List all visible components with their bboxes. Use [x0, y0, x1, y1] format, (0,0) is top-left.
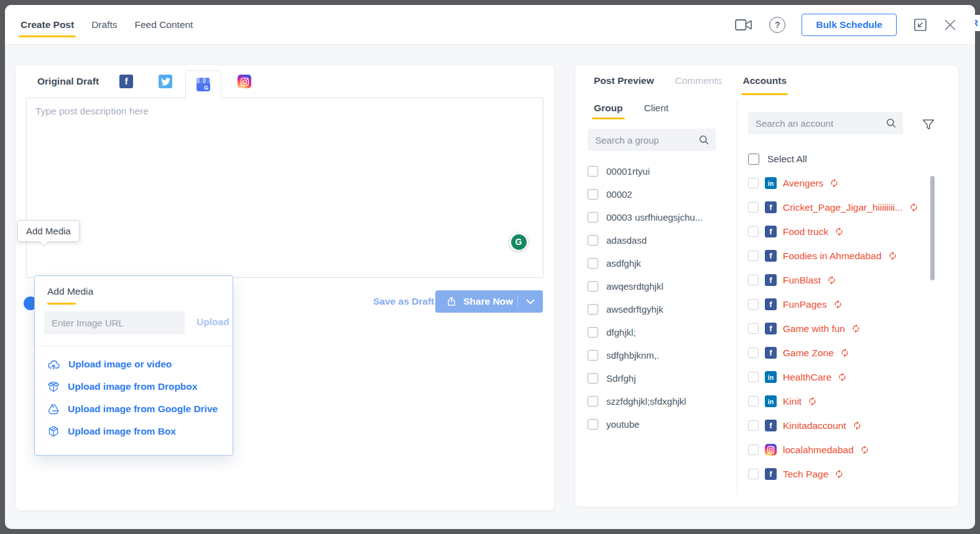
account-checkbox[interactable] [748, 275, 759, 285]
refresh-account-button[interactable] [838, 372, 847, 382]
pop-in-icon[interactable] [913, 17, 928, 32]
facebook-platform-tab[interactable]: f [119, 75, 133, 88]
tab-drafts[interactable]: Drafts [91, 5, 117, 44]
account-checkbox[interactable] [748, 178, 759, 188]
account-item[interactable]: fFood truck [748, 219, 922, 244]
filter-icon[interactable] [921, 117, 936, 135]
group-item[interactable]: adasdasd [588, 229, 731, 252]
account-item[interactable]: fCricket_Page_Jigar_hiiiiiiii... [748, 195, 922, 219]
group-item[interactable]: asdfghjk [588, 252, 731, 275]
refresh-account-button[interactable] [830, 178, 839, 188]
group-checkbox[interactable] [588, 350, 598, 361]
save-as-draft-button[interactable]: Save as Draft [373, 296, 434, 307]
tab-create-post[interactable]: Create Post [21, 5, 74, 44]
group-label: 00003 usrfhiuegsjchu... [606, 212, 703, 223]
account-checkbox[interactable] [748, 251, 759, 261]
modal-header: Create Post Drafts Feed Content ? Bulk S… [5, 5, 975, 45]
refresh-account-button[interactable] [840, 348, 849, 357]
grammarly-badge[interactable]: G [509, 232, 528, 251]
account-checkbox[interactable] [748, 420, 759, 431]
group-checkbox[interactable] [588, 258, 598, 269]
group-checkbox[interactable] [588, 373, 598, 384]
select-all-checkbox[interactable] [748, 154, 759, 165]
refresh-account-button[interactable] [827, 275, 836, 285]
close-icon[interactable] [944, 19, 956, 31]
group-item[interactable]: awsedrftgyhjk [588, 298, 731, 321]
twitter-platform-tab[interactable] [159, 75, 172, 88]
refresh-account-button[interactable] [808, 397, 817, 406]
upload-source-link[interactable]: Upload image or video [35, 353, 233, 375]
select-all-row[interactable]: Select All [748, 154, 807, 165]
account-checkbox[interactable] [748, 372, 759, 382]
tab-accounts[interactable]: Accounts [742, 75, 787, 90]
tab-comments[interactable]: Comments [675, 75, 722, 90]
group-checkbox[interactable] [588, 396, 598, 407]
account-checkbox[interactable] [748, 299, 759, 310]
refresh-account-button[interactable] [860, 445, 869, 454]
help-icon[interactable]: ? [769, 17, 785, 33]
group-checkbox[interactable] [588, 166, 598, 177]
subtab-group[interactable]: Group [594, 103, 623, 114]
account-item[interactable]: fFoodies in Ahmedabad [748, 244, 922, 268]
group-item[interactable]: 00003 usrfhiuegsjchu... [588, 206, 731, 229]
account-checkbox[interactable] [748, 469, 759, 479]
group-checkbox[interactable] [588, 281, 598, 292]
group-item[interactable]: Sdrfghj [588, 367, 731, 390]
account-item[interactable]: localahmedabad [748, 438, 922, 462]
account-item[interactable]: inAvengers [748, 171, 922, 195]
upload-source-link[interactable]: Upload image from Box [35, 420, 233, 443]
video-camera-icon[interactable] [734, 18, 753, 32]
upload-source-link[interactable]: Upload image from Google Drive [35, 398, 233, 420]
account-item[interactable]: fTech Page [748, 462, 922, 486]
refresh-account-button[interactable] [833, 300, 843, 309]
share-options-chevron[interactable] [518, 299, 543, 305]
account-search-input[interactable] [748, 118, 885, 129]
group-checkbox[interactable] [588, 327, 598, 338]
group-checkbox[interactable] [588, 304, 598, 315]
refresh-account-button[interactable] [851, 324, 861, 333]
account-checkbox[interactable] [748, 226, 759, 237]
account-checkbox[interactable] [748, 323, 759, 334]
refresh-account-button[interactable] [834, 469, 844, 479]
group-item[interactable]: youtube [588, 413, 731, 436]
google-my-business-platform-tab[interactable]: G [185, 70, 221, 98]
upload-button[interactable]: Upload [196, 316, 229, 328]
account-item[interactable]: inHealthCare [748, 365, 922, 389]
group-item[interactable]: dfghjkl; [588, 321, 731, 344]
account-item[interactable]: fGame with fun [748, 316, 922, 341]
group-item[interactable]: szzfdghjkl;sfdxghjkl [588, 390, 731, 413]
group-item[interactable]: sdfghbjknm,. [588, 344, 731, 367]
group-search-input[interactable] [588, 135, 698, 145]
account-item[interactable]: fKinitadaccount [748, 413, 922, 438]
group-checkbox[interactable] [588, 419, 598, 430]
account-checkbox[interactable] [748, 396, 759, 407]
share-now-button[interactable]: Share Now [435, 290, 543, 313]
account-checkbox[interactable] [748, 348, 759, 358]
group-item[interactable]: awqesrdtghjkl [588, 275, 731, 298]
tab-post-preview[interactable]: Post Preview [594, 75, 654, 90]
account-item[interactable]: fGame Zone [748, 341, 922, 365]
instagram-platform-tab[interactable] [238, 75, 251, 88]
group-checkbox[interactable] [588, 189, 598, 200]
account-list-scrollbar[interactable] [930, 176, 935, 280]
account-item[interactable]: fFunBlast [748, 268, 922, 292]
account-checkbox[interactable] [748, 444, 759, 455]
tab-feed-content[interactable]: Feed Content [135, 5, 193, 44]
group-item[interactable]: 00001rtyui [588, 160, 731, 183]
account-item[interactable]: inKinit [748, 389, 922, 413]
group-item[interactable]: 00002 [588, 183, 731, 206]
post-description-input[interactable] [27, 98, 543, 277]
refresh-account-button[interactable] [834, 227, 844, 236]
group-checkbox[interactable] [588, 235, 598, 246]
refresh-account-button[interactable] [888, 251, 897, 260]
account-checkbox[interactable] [748, 202, 759, 213]
upload-source-link[interactable]: Upload image from Dropbox [35, 375, 233, 398]
account-item[interactable]: fFunPages [748, 292, 922, 316]
group-checkbox[interactable] [588, 212, 598, 223]
bulk-schedule-button[interactable]: Bulk Schedule [802, 14, 897, 36]
refresh-account-button[interactable] [853, 421, 862, 430]
refresh-account-button[interactable] [909, 203, 918, 212]
subtab-client[interactable]: Client [644, 103, 669, 114]
column-divider [737, 100, 737, 495]
image-url-input[interactable] [44, 311, 185, 334]
